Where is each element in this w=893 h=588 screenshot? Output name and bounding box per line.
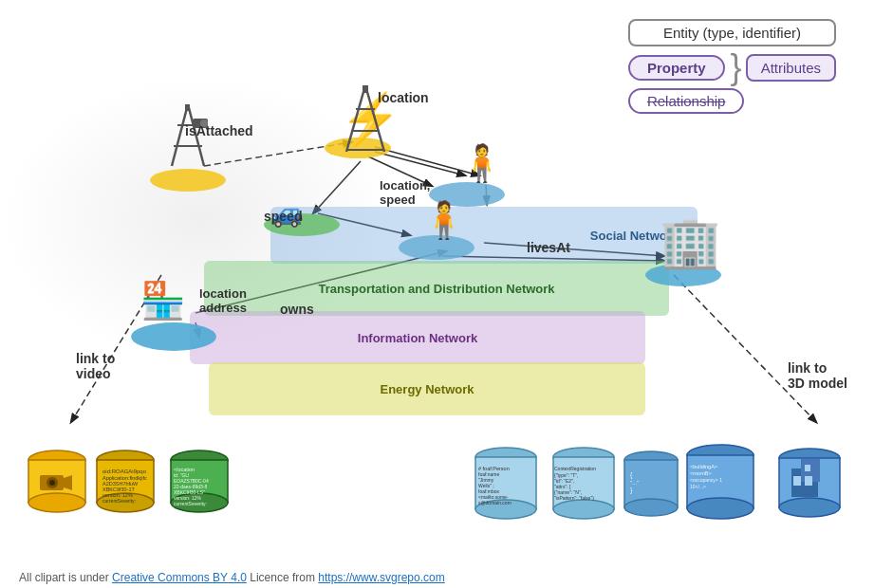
svg-rect-90 [805,476,812,486]
svg-text:oid:ROAGAi9pqo: oid:ROAGAi9pqo [102,469,147,474]
building-data-cylinder: <buildingA> <roomB> <occupancy> 1 10</..… [685,444,756,522]
svg-rect-89 [793,476,801,486]
camera-orange-ellipse [150,169,226,192]
svg-point-86 [779,498,840,517]
top-person-icon: 🧍 [459,142,504,184]
transport-network-layer: Transportation and Distribution Network [204,261,669,316]
svg-text:"...": "..." [630,480,639,486]
shop-icon: 🏪 [140,280,185,322]
svg-text:<roomB>: <roomB> [690,470,712,476]
data-cylinder-2: <location id: "GU EOAZS7B0C-04 22-daes-8… [169,449,231,517]
label-location: location [378,90,429,105]
svg-text:<occupancy> 1: <occupancy> 1 [690,477,722,483]
label-livesAt: livesAt [527,240,570,255]
svg-point-31 [49,480,55,486]
link-to-video-label: link to video [76,351,115,381]
main-canvas: Entity (type, identifier) Property } Att… [0,0,893,560]
svg-point-73 [624,499,678,516]
legend-relationship: Relationship [628,88,745,114]
svg-text:ContextRegistration: ContextRegistration [554,466,596,471]
label-owns: owns [280,302,314,317]
information-network-layer: Information Network [190,311,645,364]
svg-line-1 [674,275,816,422]
energy-network-layer: Energy Network [209,362,645,415]
legend-property: Property [628,55,725,81]
svg-rect-23 [185,104,190,111]
legend-row-2: Relationship [628,88,836,114]
legend-row-1: Property } Attributes [628,50,836,84]
legend-attributes: Attributes [746,54,836,82]
label-isAttached: isAttached [185,123,253,138]
svg-text:x@domain.com: x@domain.com [478,500,512,505]
label-location-address: location address [199,286,247,315]
legend-brace: } [731,50,742,84]
legend-entity: Entity (type, identifier) [628,19,836,46]
svg-point-28 [28,493,85,512]
svg-text:currentSeverity:: currentSeverity: [174,501,207,506]
svg-text:<buildingA>: <buildingA> [690,464,717,469]
building-icon: 🏢 [660,213,721,271]
data-cylinder-1: oid:ROAGAi9pqo Application:flndkjifc A2D… [95,449,157,517]
svg-text:"isPattern": "false"}: "isPattern": "false"} [554,495,594,501]
svg-rect-91 [805,465,810,471]
footer-link-cc[interactable]: Creative Commons BY 4.0 [112,571,247,584]
video-cylinder [27,449,88,517]
social-network-layer: Social Network [270,207,698,264]
context-cylinder: ContextRegistration {"type": "T", "id": … [550,446,617,522]
footer-link-svg[interactable]: https://www.svgrepo.com [318,571,444,584]
footer-text: All clipart is under [19,571,109,584]
svg-rect-18 [363,85,368,93]
label-location-speed: location, speed [380,178,430,207]
svg-text:currentSeverity:: currentSeverity: [102,498,136,504]
svg-line-13 [346,85,365,152]
person-data-cylinder: # foaf:Person foaf:name "Jimmy Wells" ; … [473,446,539,522]
svg-point-64 [553,500,614,519]
footer: All clipart is under Creative Commons BY… [19,571,445,584]
footer-middle-text: Licence from [250,571,315,584]
label-speed: speed [264,209,302,224]
link-to-3d-label: link to 3D model [788,360,847,391]
left-node-ellipse [131,322,216,351]
json-cylinder: { "..." } [623,450,679,522]
svg-text:10</...>: 10</...> [690,484,706,489]
legend: Entity (type, identifier) Property } Att… [628,19,836,114]
model-3d-cylinder [776,448,843,522]
svg-point-79 [687,498,753,519]
